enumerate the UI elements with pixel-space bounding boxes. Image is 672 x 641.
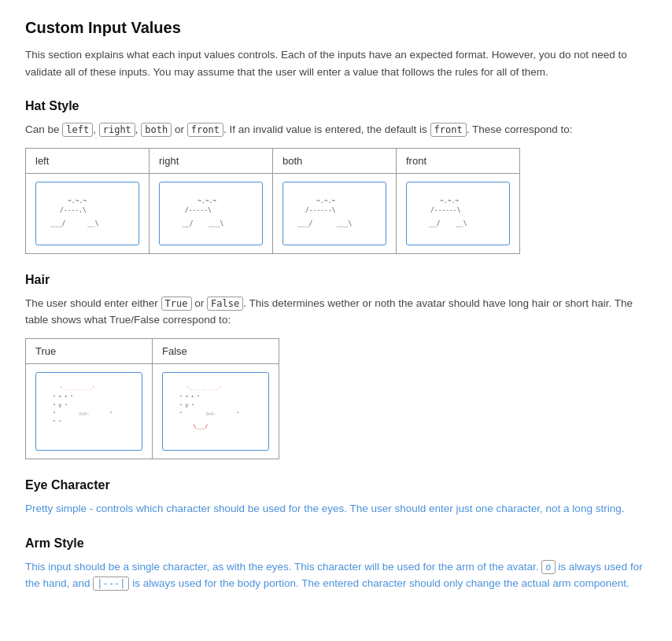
eye-char-description: Pretty simple - controls which character… — [25, 500, 647, 518]
svg-text:OvO~: OvO~ — [206, 411, 216, 416]
hair-table: True False ".........." " * * " " V " " … — [25, 338, 279, 459]
svg-text:__/: __/ — [182, 220, 194, 227]
eye-char-heading: Eye Character — [25, 478, 647, 492]
arm-hand-char: o — [541, 560, 555, 574]
hair-col-true: True — [26, 338, 153, 363]
intro-text: This section explains what each input va… — [25, 46, 647, 80]
svg-text:"         ": " " — [53, 419, 61, 425]
hair-diagram-false: ".........." " * * " " V " " OvO~ " \___… — [153, 363, 279, 459]
svg-text:"    V    ": " V " — [179, 402, 194, 407]
hat-col-front: front — [397, 148, 520, 173]
hat-img-front: ~.~.~ /------\ __/ __\ — [406, 182, 510, 245]
svg-text:\___/: \___/ — [194, 423, 209, 429]
svg-text:": " — [179, 411, 183, 416]
svg-text:~.~.~: ~.~.~ — [316, 197, 335, 204]
hat-img-left: ~.~.~ /----.\ ___/ __\ — [35, 182, 139, 245]
svg-text:___\: ___\ — [209, 220, 223, 227]
hair-false-code: False — [207, 297, 243, 311]
svg-text:/------\: /------\ — [430, 207, 461, 214]
svg-text:~.~.~: ~.~.~ — [440, 197, 459, 204]
arm-style-heading: Arm Style — [25, 536, 647, 551]
svg-text:__\: __\ — [87, 220, 99, 227]
svg-text:"  *   *  ": " * * " — [53, 394, 73, 400]
hat-style-heading: Hat Style — [25, 99, 647, 113]
page-title: Custom Input Values — [25, 19, 647, 37]
svg-text:/----.\: /----.\ — [60, 207, 87, 214]
hat-col-left: left — [26, 148, 150, 173]
hat-option-left: left — [62, 123, 93, 137]
hat-default: front — [430, 123, 467, 137]
arm-desc-suffix: is always used for the body portion. The… — [129, 577, 629, 589]
svg-text:"    V    ": " V " — [53, 402, 68, 407]
hair-img-true: ".........." " * * " " V " " OvO~ " " " — [35, 372, 142, 451]
svg-text:"..........": ".........." — [186, 385, 221, 391]
svg-text:/-----\: /-----\ — [185, 207, 212, 214]
hair-true-code: True — [161, 297, 192, 311]
hat-style-table: left right both front ~.~.~ /----.\ ___/… — [25, 148, 520, 254]
hat-diagram-right: ~.~.~ /-----\ __/ ___\ — [150, 173, 273, 253]
hat-desc-prefix: Can be — [25, 123, 62, 135]
svg-text:": " — [109, 411, 113, 416]
hair-description: The user should enter either True or Fal… — [25, 295, 647, 329]
svg-text:"..........": ".........." — [60, 385, 94, 391]
arm-desc-prefix: This input should be a single character,… — [25, 561, 541, 573]
svg-text:": " — [236, 411, 239, 416]
hat-option-front: front — [187, 123, 223, 137]
hat-diagram-front: ~.~.~ /------\ __/ __\ — [397, 173, 520, 253]
svg-text:___\: ___\ — [337, 220, 352, 227]
arm-style-description: This input should be a single character,… — [25, 558, 647, 592]
hat-img-both: ~.~.~ /------\ ___/ ___\ — [282, 182, 386, 245]
svg-text:/------\: /------\ — [305, 207, 336, 214]
hat-col-right: right — [150, 148, 273, 173]
svg-text:___/: ___/ — [297, 220, 312, 227]
svg-text:~.~.~: ~.~.~ — [68, 197, 87, 204]
arm-body-part: |---| — [93, 577, 129, 591]
hat-col-both: both — [273, 148, 397, 173]
hair-heading: Hair — [25, 273, 647, 287]
svg-text:": " — [53, 411, 56, 416]
svg-text:~.~.~: ~.~.~ — [198, 197, 216, 204]
hat-option-right: right — [99, 123, 135, 137]
hat-style-description: Can be left, right, both or front. If an… — [25, 121, 647, 138]
hat-diagram-both: ~.~.~ /------\ ___/ ___\ — [273, 173, 397, 253]
svg-text:__/: __/ — [429, 220, 441, 227]
hat-option-both: both — [141, 123, 172, 137]
hair-diagram-true: ".........." " * * " " V " " OvO~ " " " — [26, 363, 153, 459]
svg-text:__\: __\ — [456, 220, 467, 227]
hair-col-false: False — [153, 338, 279, 363]
svg-text:___/: ___/ — [50, 220, 65, 227]
hair-img-false: ".........." " * * " " V " " OvO~ " \___… — [162, 372, 269, 451]
svg-text:"  *   *  ": " * * " — [179, 394, 200, 400]
svg-text:OvO~: OvO~ — [79, 411, 90, 416]
hat-diagram-left: ~.~.~ /----.\ ___/ __\ — [26, 173, 150, 253]
hat-img-right: ~.~.~ /-----\ __/ ___\ — [159, 182, 263, 245]
